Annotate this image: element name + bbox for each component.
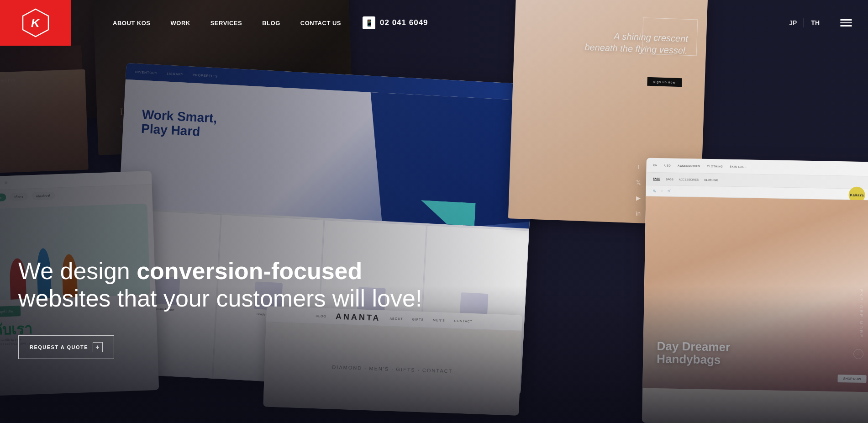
nav-about-kos[interactable]: ABOUT KOS: [103, 20, 161, 26]
hero-content: We design conversion-focused websites th…: [18, 258, 429, 359]
logo-wrapper[interactable]: K: [0, 0, 71, 46]
hero-cta: REQUEST A QUOTE +: [18, 335, 429, 359]
phone-section: 📱 02 041 6049: [363, 16, 428, 29]
phone-number: 02 041 6049: [380, 18, 428, 27]
lang-th[interactable]: TH: [804, 19, 826, 26]
phone-icon: 📱: [363, 16, 375, 29]
navbar: K ABOUT KOS WORK SERVICES BLOG CONTACT U…: [0, 0, 868, 46]
tile-karaya: EN USD ACCESSORIES CLOTHING SKIN CARE Ka…: [642, 158, 868, 423]
tile-fashion: [0, 69, 89, 173]
hero-background: PROPERTY CONNECT advice & Selection LUXE…: [0, 0, 868, 423]
headline-part2: websites that your customers will love!: [18, 285, 422, 312]
twitter-icon[interactable]: 𝕏: [633, 178, 643, 188]
nav-services[interactable]: SERVICES: [200, 20, 253, 26]
youtube-icon[interactable]: ▶: [633, 193, 643, 203]
nav-links: ABOUT KOS WORK SERVICES BLOG CONTACT US: [103, 20, 351, 26]
hamburger-menu[interactable]: [833, 19, 859, 26]
facebook-icon[interactable]: f: [633, 162, 643, 172]
headline-part1: We design: [18, 258, 137, 284]
lang-jp[interactable]: JP: [782, 19, 804, 26]
explore-circle: ○: [853, 349, 863, 359]
social-bar: f 𝕏 ▶ in: [628, 155, 649, 226]
logo-letter: K: [31, 16, 40, 30]
headline-highlight: conversion-focused: [137, 258, 362, 284]
linkedin-icon[interactable]: in: [633, 209, 643, 219]
nav-right: JP TH: [782, 18, 868, 27]
hero-headline: We design conversion-focused websites th…: [18, 258, 429, 312]
logo-hexagon: K: [20, 7, 51, 38]
nav-contact[interactable]: CONTACT US: [290, 20, 351, 26]
nav-blog[interactable]: BLOG: [252, 20, 290, 26]
cta-label: REQUEST A QUOTE: [30, 344, 88, 350]
nav-work[interactable]: WORK: [161, 20, 200, 26]
cta-plus-icon: +: [93, 342, 103, 352]
explore-more-label: EXPLORE MORE: [859, 289, 863, 338]
nav-divider: [355, 16, 355, 30]
request-quote-button[interactable]: REQUEST A QUOTE +: [18, 335, 114, 359]
